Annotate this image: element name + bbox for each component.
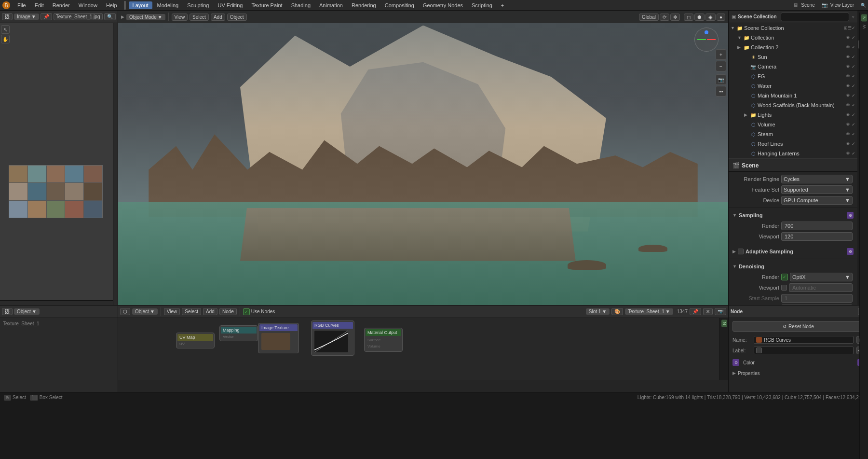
workspace-add[interactable]: + — [497, 1, 508, 9]
workspace-geometry-nodes[interactable]: Geometry Nodes — [419, 1, 467, 9]
node-editor-object-mode[interactable]: Object ▼ — [132, 308, 158, 315]
color-section-header[interactable]: ⚙ Color ⚙ — [732, 358, 864, 367]
node-1[interactable]: Image Texture — [258, 323, 299, 353]
outliner-item-collection[interactable]: ▼ 📁 Collection 👁 ✓ — [729, 33, 857, 42]
image-tool-select[interactable]: ↖ — [1, 25, 10, 34]
viewport-scene[interactable]: + − 📷 ⚏ — [118, 11, 728, 305]
workspace-sculpting[interactable]: Sculpting — [183, 1, 213, 9]
image-pin-btn[interactable]: 📌 — [41, 13, 52, 20]
adaptive-sampling-header[interactable]: ▶ Adaptive Sampling ⚙ — [732, 246, 854, 257]
node-camera-btn[interactable]: 📷 — [715, 308, 726, 315]
viewport-object-menu[interactable]: Object — [227, 14, 247, 21]
workspace-uv-editing[interactable]: UV Editing — [214, 1, 246, 9]
color-advanced-toggle[interactable]: ⚙ — [732, 359, 739, 366]
node-label-field[interactable] — [754, 347, 854, 354]
transform-icons-btn[interactable]: ⟳ — [660, 14, 669, 21]
denoising-header[interactable]: ▼ Denoising — [732, 261, 854, 272]
menu-edit[interactable]: Edit — [31, 1, 48, 9]
outliner-item-wood-scaffolds[interactable]: ⬡ Wood Scaffolds (Back Mountain) 👁 ✓ — [729, 100, 857, 110]
outliner-item-volume[interactable]: ⬡ Volume 👁 ✓ — [729, 120, 857, 129]
workspace-texture-paint[interactable]: Texture Paint — [247, 1, 286, 9]
image-tool-cursor[interactable]: ✋ — [1, 35, 10, 43]
outliner-item-main-mountain[interactable]: ⬡ Main Mountain 1 👁 ✓ — [729, 91, 857, 100]
menu-window[interactable]: Window — [75, 1, 101, 9]
node-side-tab[interactable]: N — [861, 14, 867, 22]
use-nodes-toggle[interactable]: ✓ Use Nodes — [243, 308, 275, 315]
viewport-view-menu[interactable]: View — [172, 14, 188, 21]
node-view-menu[interactable]: View — [164, 308, 180, 315]
shading-render[interactable]: ● — [717, 14, 725, 21]
workspace-layout[interactable]: Layout — [129, 1, 152, 9]
viewport-sample-value[interactable]: 120 — [781, 232, 853, 241]
image-filename[interactable]: Texture_Sheet_1.jpg — [54, 13, 103, 20]
workspace-compositing[interactable]: Compositing — [381, 1, 418, 9]
transform-global-btn[interactable]: Global — [639, 14, 659, 21]
reset-node-btn[interactable]: ↺ Reset Node — [732, 321, 864, 332]
node-curves[interactable]: RGB Curves — [311, 320, 354, 356]
outliner-item-collection2[interactable]: ▶ 📁 Collection 2 👁 ✓ — [729, 42, 857, 52]
sampling-advanced-toggle[interactable]: ⚙ — [847, 212, 854, 219]
texture-type-btn[interactable]: 🎨 — [611, 308, 623, 315]
menu-help[interactable]: Help — [102, 1, 121, 9]
shading-material[interactable]: ◉ — [705, 14, 716, 21]
denoising-render-checkbox[interactable]: ✓ — [781, 274, 788, 280]
node-add-menu[interactable]: Add — [203, 308, 217, 315]
menu-file[interactable]: File — [14, 1, 30, 9]
viewport-zoom-out[interactable]: − — [716, 61, 726, 71]
node-tab-n[interactable]: N — [721, 320, 727, 327]
bottom-object-mode[interactable]: Object ▼ — [14, 308, 40, 315]
render-engine-dropdown[interactable]: Cycles ▼ — [781, 175, 853, 183]
render-sample-value[interactable]: 700 — [781, 222, 853, 230]
device-dropdown[interactable]: GPU Compute ▼ — [781, 196, 853, 205]
viewport-camera-view[interactable]: 📷 — [716, 74, 726, 85]
node-mapping[interactable]: Mapping Vector — [219, 325, 258, 341]
workspace-modeling[interactable]: Modeling — [153, 1, 183, 9]
node-tex-coord[interactable]: UV Map UV — [176, 333, 215, 348]
outliner-item-roof-lines[interactable]: ⬡ Roof Lines 👁 ✓ — [729, 139, 857, 149]
viewport-object-mode[interactable]: Object Mode ▼ — [126, 14, 165, 20]
outliner-item-sun[interactable]: ☀ Sun 👁 ✓ — [729, 52, 857, 62]
outliner-item-lights[interactable]: ▶ 📁 Lights 👁 ✓ — [729, 110, 857, 120]
outliner-item-camera[interactable]: 📷 Camera 👁 ✓ — [729, 62, 857, 71]
feature-set-dropdown[interactable]: Supported ▼ — [781, 185, 853, 194]
slot-dropdown[interactable]: Slot 1 ▼ — [586, 308, 610, 315]
outliner-item-scene-collection[interactable]: ▼ 📁 Scene Collection ⊞☰✓ — [729, 23, 857, 33]
bottom-left-type-btn[interactable]: 🖼 — [2, 308, 13, 315]
workspace-scripting[interactable]: Scripting — [468, 1, 496, 9]
viewport-panel[interactable]: ▶ Object Mode ▼ View Select Add Object G… — [118, 11, 728, 305]
image-editor-canvas[interactable]: ↖ ✋ — [0, 23, 118, 305]
node-canvas[interactable]: Image Texture RGB Curves — [118, 318, 728, 380]
sampling-header[interactable]: ▼ Sampling ⚙ — [732, 210, 854, 221]
menu-render[interactable]: Render — [49, 1, 74, 9]
workspace-shading[interactable]: Shading — [287, 1, 314, 9]
adaptive-sampling-checkbox[interactable] — [738, 249, 744, 254]
node-editor-type[interactable]: ⬡ — [120, 308, 130, 315]
node-pin-btn[interactable]: 📌 — [690, 308, 701, 315]
image-editor-type-btn[interactable]: 🖼 — [2, 13, 13, 20]
image-search-btn[interactable]: 🔍 — [104, 13, 116, 20]
shading-wire[interactable]: ◻ — [684, 14, 693, 21]
node-select-menu[interactable]: Select — [182, 308, 201, 315]
node-output[interactable]: Material Output Surface Volume — [364, 328, 403, 352]
workspace-rendering[interactable]: Rendering — [348, 1, 380, 9]
viewport-select-menu[interactable]: Select — [190, 14, 209, 21]
denoising-render-dropdown[interactable]: OptiX ▼ — [790, 273, 853, 281]
outliner-filter-btn[interactable]: ▿ — [852, 14, 854, 19]
outliner-item-fg[interactable]: ⬡ FG 👁 ✓ — [729, 71, 857, 81]
denoising-viewport-checkbox[interactable] — [781, 285, 787, 291]
viewport-collections[interactable]: ⚏ — [716, 86, 726, 97]
viewport-add-menu[interactable]: Add — [211, 14, 225, 21]
transform-xyz-btn[interactable]: ✥ — [670, 14, 680, 21]
workspace-animation[interactable]: Animation — [315, 1, 347, 9]
image-mode-btn[interactable]: Image ▼ — [14, 14, 39, 20]
node-node-menu[interactable]: Node — [219, 308, 237, 315]
outliner-search[interactable] — [781, 13, 849, 21]
node-side-tab-w[interactable]: W — [861, 23, 867, 31]
outliner-item-hanging-lanterns[interactable]: ⬡ Hanging Lanterns 👁 ✓ — [729, 149, 857, 158]
node-name-field[interactable]: RGB Curves — [754, 336, 854, 344]
adaptive-sampling-advanced-toggle[interactable]: ⚙ — [847, 248, 854, 255]
shading-solid[interactable]: ⬢ — [694, 14, 705, 21]
texture-dropdown[interactable]: Texture_Sheet_1 ▼ — [625, 308, 673, 315]
outliner-item-steam[interactable]: ⬡ Steam 👁 ✓ — [729, 129, 857, 139]
props-section-header[interactable]: ▶ Properties — [732, 368, 864, 378]
